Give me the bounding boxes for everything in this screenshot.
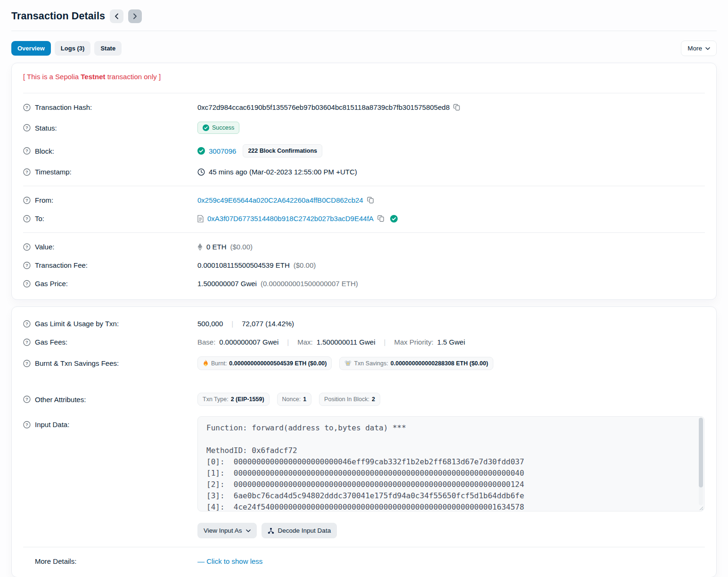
nonce-label: Nonce: [282, 396, 301, 403]
other-attributes-row: ? Other Attributes: Txn Type: 2 (EIP-155… [23, 387, 705, 411]
overview-card: [ This is a Sepolia Testnet transaction … [11, 63, 717, 300]
divider [23, 547, 705, 547]
decode-input-data-button[interactable]: Decode Input Data [262, 523, 337, 538]
burnt-fee-label: Burnt: [211, 360, 227, 367]
svg-text:?: ? [25, 321, 28, 326]
base-fee-value: 0.000000007 Gwei [219, 338, 278, 346]
timestamp-row: ? Timestamp: 45 mins ago (Mar-02-2023 12… [23, 163, 705, 181]
copy-to-address-button[interactable] [377, 215, 384, 222]
svg-text:?: ? [25, 169, 28, 174]
divider [23, 232, 705, 233]
divider [23, 186, 705, 186]
chevron-down-icon [246, 529, 251, 532]
view-input-as-button[interactable]: View Input As [197, 523, 257, 538]
chevron-down-icon [705, 47, 710, 50]
gas-limit-label: Gas Limit & Usage by Txn: [35, 320, 119, 328]
value-row: ? Value: 0 ETH ($0.00) [23, 238, 705, 256]
verified-check-icon [390, 215, 398, 223]
help-icon[interactable]: ? [23, 243, 31, 251]
help-icon[interactable]: ? [23, 396, 31, 403]
previous-transaction-button[interactable] [110, 9, 123, 23]
burnt-fee-value: 0.000000000000504539 ETH ($0.00) [229, 360, 327, 367]
svg-text:?: ? [25, 148, 28, 153]
page-title: Transaction Details [11, 10, 105, 22]
more-dropdown-button[interactable]: More [681, 41, 717, 56]
copy-transaction-hash-button[interactable] [453, 104, 460, 111]
block-row: ? Block: 3007096 222 Block Confirmations [23, 139, 705, 163]
txn-savings-badge: Txn Savings: 0.000000000000288308 ETH ($… [339, 357, 493, 370]
svg-text:?: ? [25, 216, 28, 221]
help-icon[interactable]: ? [23, 147, 31, 155]
status-badge-text: Success [212, 124, 234, 131]
transaction-fee-usd: ($0.00) [294, 261, 316, 269]
help-icon[interactable]: ? [23, 360, 31, 367]
testnet-warning-prefix: [ This is a Sepolia [23, 73, 81, 81]
clock-icon [197, 168, 205, 176]
show-less-toggle-link[interactable]: — Click to show less [197, 557, 262, 565]
svg-text:?: ? [25, 339, 28, 345]
value-amount: 0 ETH [206, 243, 227, 251]
resize-handle-icon[interactable] [699, 506, 703, 511]
more-button-label: More [687, 45, 702, 52]
svg-text:?: ? [25, 281, 28, 286]
svg-text:?: ? [25, 263, 28, 268]
svg-text:?: ? [25, 125, 28, 130]
txn-type-badge: Txn Type: 2 (EIP-1559) [197, 393, 270, 406]
chevron-right-icon [133, 13, 137, 19]
tab-state[interactable]: State [94, 41, 122, 56]
max-priority-fee-value: 1.5 Gwei [437, 338, 465, 346]
tab-logs[interactable]: Logs (3) [55, 41, 91, 56]
tab-overview[interactable]: Overview [11, 41, 51, 56]
input-data-row: ? Input Data: Function: forward(address … [23, 411, 705, 517]
copy-from-address-button[interactable] [367, 197, 374, 204]
copy-icon [453, 104, 460, 111]
flame-icon [203, 360, 209, 367]
value-label: Value: [35, 243, 54, 251]
contract-file-icon [197, 215, 204, 223]
check-circle-icon [197, 147, 205, 155]
tab-bar: Overview Logs (3) State More [11, 41, 717, 56]
svg-text:?: ? [25, 361, 28, 366]
decode-input-data-label: Decode Input Data [278, 527, 331, 534]
gas-price-amount: 1.500000007 Gwei [197, 280, 257, 288]
to-row: ? To: 0xA3f07D6773514480b918C2742b027b3a… [23, 209, 705, 228]
input-data-scrollbar-thumb[interactable] [699, 418, 703, 487]
transaction-hash-row: ? Transaction Hash: 0xc72d984ccac6190b5f… [23, 98, 705, 116]
view-input-as-label: View Input As [204, 527, 242, 534]
separator: | [287, 338, 289, 346]
help-icon[interactable]: ? [23, 124, 31, 132]
to-label: To: [35, 214, 44, 223]
help-icon[interactable]: ? [23, 421, 31, 429]
input-data-scrollbar[interactable] [699, 418, 703, 505]
timestamp-value: 45 mins ago (Mar-02-2023 12:55:00 PM +UT… [209, 168, 357, 176]
decode-icon [268, 528, 274, 534]
testnet-warning: [ This is a Sepolia Testnet transaction … [23, 71, 705, 88]
help-icon[interactable]: ? [23, 262, 31, 269]
help-icon[interactable]: ? [23, 215, 31, 223]
next-transaction-button[interactable] [128, 9, 142, 23]
max-fee-value: 1.500000011 Gwei [317, 338, 376, 346]
input-data-textarea[interactable]: Function: forward(address to,bytes data)… [197, 416, 704, 511]
to-address-link[interactable]: 0xA3f07D6773514480b918C2742b027b3acD9E44… [207, 214, 374, 223]
gas-limit-row: ? Gas Limit & Usage by Txn: 500,000 | 72… [23, 314, 705, 333]
block-confirmations-badge: 222 Block Confirmations [243, 144, 322, 157]
transaction-fee-label: Transaction Fee: [35, 261, 88, 269]
chevron-left-icon [115, 13, 119, 19]
status-row: ? Status: Success [23, 116, 705, 139]
block-number-link[interactable]: 3007096 [209, 147, 236, 155]
input-data-actions: View Input As Decode Input Data [197, 523, 705, 538]
svg-text:?: ? [25, 396, 28, 402]
help-icon[interactable]: ? [23, 197, 31, 204]
copy-icon [367, 197, 374, 204]
from-address-link[interactable]: 0x259c49E65644a020C2A642260a4ffB0CD862cb… [197, 196, 363, 204]
gas-usage-value: 72,077 (14.42%) [242, 320, 294, 328]
help-icon[interactable]: ? [23, 104, 31, 111]
other-attributes-label: Other Attributes: [35, 396, 86, 404]
help-icon[interactable]: ? [23, 280, 31, 288]
transaction-fee-amount: 0.000108115500504539 ETH [197, 261, 290, 269]
help-icon[interactable]: ? [23, 338, 31, 346]
more-details-label: More Details: [35, 557, 76, 565]
timestamp-label: Timestamp: [35, 168, 72, 176]
help-icon[interactable]: ? [23, 320, 31, 328]
help-icon[interactable]: ? [23, 168, 31, 176]
